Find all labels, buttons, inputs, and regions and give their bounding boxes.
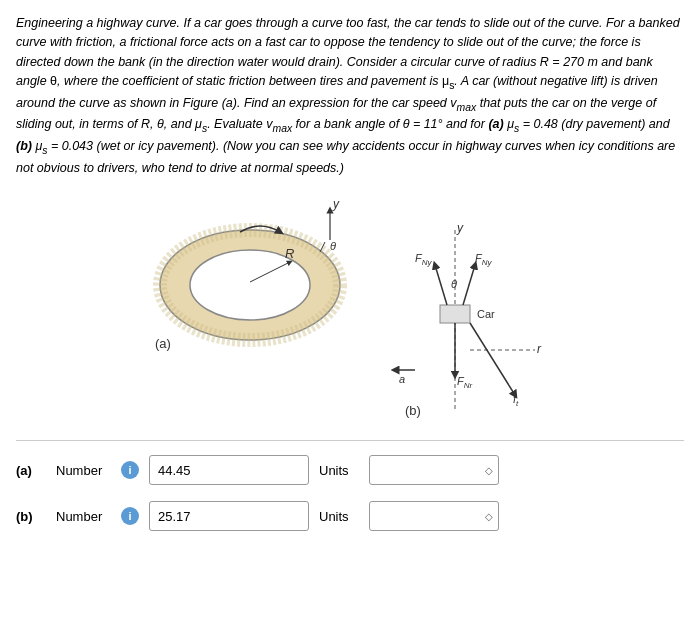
part-label-b: (b) (16, 509, 46, 524)
svg-text:θ: θ (330, 240, 336, 252)
svg-line-16 (463, 265, 475, 305)
answer-row-b: (b) Number i Units m/s km/h ft/s mph (16, 501, 684, 531)
answer-type-b: Number (56, 509, 111, 524)
svg-text:a: a (399, 373, 405, 385)
units-select-wrapper-a: m/s km/h ft/s mph (369, 455, 499, 485)
answer-row-a: (a) Number i Units m/s km/h ft/s mph (16, 455, 684, 485)
svg-line-23 (470, 323, 515, 395)
answer-section: (a) Number i Units m/s km/h ft/s mph (b)… (16, 440, 684, 531)
info-badge-b[interactable]: i (121, 507, 139, 525)
svg-text:r: r (537, 342, 542, 356)
number-input-a[interactable] (149, 455, 309, 485)
number-input-b[interactable] (149, 501, 309, 531)
svg-text:y: y (332, 197, 340, 211)
svg-line-14 (435, 265, 447, 305)
svg-text:FNy: FNy (415, 252, 433, 267)
svg-text:(a): (a) (155, 336, 171, 351)
svg-text:Car: Car (477, 308, 495, 320)
main-container: Engineering a highway curve. If a car go… (0, 0, 700, 557)
figure-a: R y θ (a) (145, 190, 355, 360)
svg-text:y: y (456, 221, 464, 235)
svg-text:FNr: FNr (457, 375, 473, 390)
figure-a-svg: R y θ (a) (145, 190, 355, 360)
svg-text:ft: ft (513, 393, 519, 408)
svg-rect-12 (440, 305, 470, 323)
part-label-a: (a) (16, 463, 46, 478)
problem-text: Engineering a highway curve. If a car go… (16, 14, 684, 178)
svg-text:R: R (285, 246, 294, 261)
units-select-b[interactable]: m/s km/h ft/s mph (369, 501, 499, 531)
figure-b-svg: y Car FNy FNy θ FNr r (385, 220, 555, 420)
figures-row: R y θ (a) (16, 190, 684, 420)
svg-text:FNy: FNy (475, 252, 493, 267)
info-badge-a[interactable]: i (121, 461, 139, 479)
answer-type-a: Number (56, 463, 111, 478)
svg-text:θ: θ (451, 278, 457, 290)
units-label-a: Units (319, 463, 359, 478)
units-label-b: Units (319, 509, 359, 524)
units-select-wrapper-b: m/s km/h ft/s mph (369, 501, 499, 531)
units-select-a[interactable]: m/s km/h ft/s mph (369, 455, 499, 485)
figure-b: y Car FNy FNy θ FNr r (385, 220, 555, 420)
svg-text:(b): (b) (405, 403, 421, 418)
